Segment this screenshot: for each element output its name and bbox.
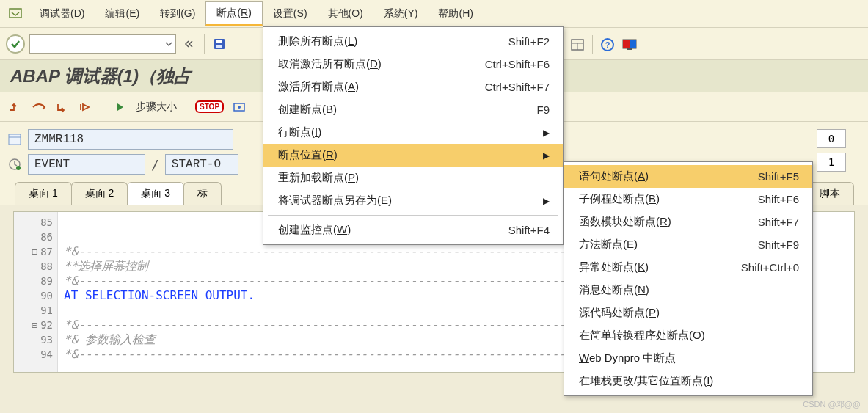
command-field[interactable]	[29, 34, 176, 54]
code-line: *&--------------------------------------…	[64, 347, 566, 362]
menu-goto[interactable]: 转到(G)	[150, 3, 205, 25]
code-line: *&--------------------------------------…	[64, 244, 566, 259]
menu-item[interactable]: 创建断点(B)F9	[263, 98, 563, 121]
menu-item[interactable]: 消息处断点(N)	[564, 279, 812, 301]
menu-item[interactable]: 源代码处断点(P)	[564, 301, 812, 324]
menu-item[interactable]: 在堆栈更改/其它位置断点(I)	[564, 370, 812, 392]
event-field[interactable]: EVENT	[28, 154, 145, 175]
menu-item[interactable]: 激活所有断点(A)Ctrl+Shift+F7	[263, 76, 563, 98]
menu-item[interactable]: 函数模块处断点(R)Shift+F7	[564, 211, 812, 233]
start-field[interactable]: START-O	[165, 154, 238, 175]
help-icon[interactable]: ?	[599, 36, 616, 54]
breakpoint-position-submenu: 语句处断点(A)Shift+F5子例程处断点(B)Shift+F6函数模块处断点…	[564, 161, 813, 396]
tab-desktop3[interactable]: 桌面 3	[127, 182, 184, 205]
menu-dropdown-icon[interactable]	[7, 6, 23, 22]
menu-item[interactable]: 语句处断点(A)Shift+F5	[564, 165, 812, 188]
menu-item[interactable]: 将调试器断点另存为(E)▶	[263, 189, 563, 212]
svg-rect-10	[623, 40, 630, 48]
run-icon[interactable]	[112, 99, 128, 115]
tab-desktop1[interactable]: 桌面 1	[15, 182, 72, 205]
svg-rect-12	[627, 48, 632, 50]
event-icon[interactable]	[7, 157, 22, 172]
step-into-icon[interactable]	[7, 99, 23, 115]
menu-debugger[interactable]: 调试器(D)	[29, 3, 95, 25]
watchpoint-icon[interactable]	[231, 99, 247, 115]
menu-item[interactable]: 行断点(I)▶	[263, 121, 563, 144]
menu-item[interactable]: 在简单转换程序处断点(O)	[564, 324, 812, 347]
step-over-icon[interactable]	[31, 99, 47, 115]
fold-icon[interactable]: ⊟	[32, 319, 37, 331]
code-line: AT SELECTION-SCREEN OUTPUT.	[64, 288, 566, 303]
tab-desktop2[interactable]: 桌面 2	[71, 182, 128, 205]
fold-icon[interactable]: ⊟	[32, 246, 37, 257]
menu-item[interactable]: 重新加载断点(P)	[263, 167, 563, 189]
display-icon[interactable]	[621, 36, 638, 54]
menu-other[interactable]: 其他(O)	[318, 3, 373, 25]
submenu-arrow-icon: ▶	[543, 128, 550, 138]
submenu-arrow-icon: ▶	[543, 196, 550, 206]
combo-dropdown-icon[interactable]	[161, 35, 175, 53]
code-line: *&--------------------------------------…	[64, 274, 566, 288]
menu-item[interactable]: Web Dynpro 中断点	[564, 347, 812, 370]
numeric-1[interactable]: 1	[817, 153, 846, 172]
submenu-arrow-icon: ▶	[543, 150, 550, 161]
separator	[592, 35, 593, 54]
menu-item[interactable]: 删除所有断点(L)Shift+F2	[263, 30, 563, 53]
tab-partial-1[interactable]: 标	[183, 182, 222, 205]
breakpoint-menu: 删除所有断点(L)Shift+F2取消激活所有断点(D)Ctrl+Shift+F…	[263, 26, 564, 245]
svg-point-14	[238, 106, 241, 109]
code-line: *& 参数输入检查	[64, 332, 566, 347]
collapse-icon[interactable]	[180, 35, 198, 53]
menu-system[interactable]: 系统(Y)	[373, 3, 428, 25]
program-field[interactable]: ZMMR118	[28, 129, 233, 150]
svg-rect-0	[10, 9, 21, 18]
page-title: ABAP 调试器(1)（独占	[10, 65, 192, 88]
menu-item[interactable]: 取消激活所有断点(D)Ctrl+Shift+F6	[263, 53, 563, 76]
numeric-0[interactable]: 0	[817, 129, 846, 148]
menu-item[interactable]: 断点位置(R)▶	[263, 144, 563, 167]
separator	[186, 98, 186, 117]
watermark: CSDN @邓@@	[803, 399, 861, 410]
menu-edit[interactable]: 编辑(E)	[95, 3, 150, 25]
menu-item[interactable]: 异常处断点(K)Shift+Ctrl+0	[564, 256, 812, 279]
svg-rect-3	[216, 45, 222, 48]
code-line: **选择屏幕控制	[64, 259, 566, 274]
slash-sep: /	[151, 157, 159, 172]
layout-icon[interactable]	[569, 36, 586, 54]
menu-breakpoint[interactable]: 断点(R)	[205, 1, 262, 26]
svg-rect-11	[630, 40, 636, 48]
svg-text:?: ?	[605, 40, 610, 49]
menu-item[interactable]: 子例程处断点(B)Shift+F6	[564, 188, 812, 211]
program-icon[interactable]	[7, 132, 22, 147]
menu-item[interactable]: 方法断点(E)Shift+F9	[564, 233, 812, 256]
stop-button[interactable]: STOP	[195, 100, 224, 113]
menu-help[interactable]: 帮助(H)	[428, 3, 483, 25]
continue-icon[interactable]	[78, 99, 94, 115]
line-gutter: 85 86 ⊟87 88 89 90 91 ⊟92 93 94	[14, 212, 58, 372]
svg-point-18	[16, 166, 21, 170]
ok-icon[interactable]	[6, 34, 25, 54]
step-out-icon[interactable]	[54, 99, 70, 115]
svg-rect-15	[9, 134, 21, 145]
menu-separator	[268, 215, 558, 216]
menubar: 调试器(D) 编辑(E) 转到(G) 断点(R) 设置(S) 其他(O) 系统(…	[0, 0, 868, 28]
save-icon[interactable]	[211, 35, 228, 53]
menu-settings[interactable]: 设置(S)	[263, 3, 318, 25]
menu-item[interactable]: 创建监控点(W)Shift+F4	[263, 219, 563, 241]
separator	[103, 98, 103, 117]
separator	[204, 34, 205, 54]
step-size-label: 步骤大小	[136, 100, 177, 114]
code-line: *&--------------------------------------…	[64, 318, 566, 332]
svg-rect-2	[216, 40, 222, 43]
